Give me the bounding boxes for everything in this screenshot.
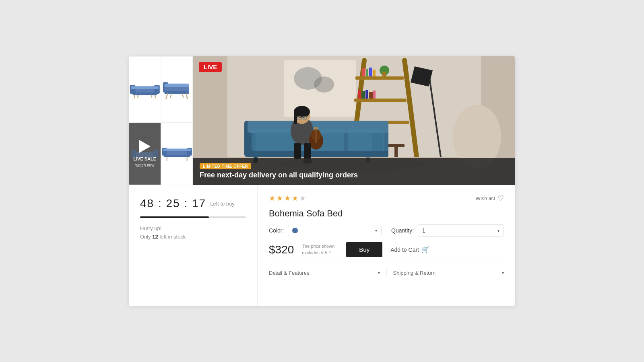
svg-rect-38 bbox=[369, 68, 372, 76]
main-product-image: LIVE LIMITED TIME OFFER Free next-day de… bbox=[193, 56, 515, 185]
svg-rect-60 bbox=[252, 129, 296, 151]
promo-banner: LIMITED TIME OFFER Free next-day deliver… bbox=[193, 158, 515, 185]
play-icon bbox=[139, 140, 151, 153]
star-5-empty: ★ bbox=[299, 194, 306, 203]
quantity-label: Quantity: bbox=[391, 227, 414, 234]
svg-rect-41 bbox=[382, 72, 386, 76]
shipping-return-accordion[interactable]: Shipping & Return ▾ bbox=[393, 268, 504, 278]
svg-line-13 bbox=[166, 94, 167, 99]
color-dot bbox=[292, 228, 298, 233]
vat-note: The price shown excludes V.A.T bbox=[302, 243, 338, 256]
bottom-section: 48 : 25 : 17 Left to buy Hurry up! Only … bbox=[129, 185, 515, 306]
buy-button[interactable]: Buy bbox=[346, 242, 382, 257]
stock-progress-bar bbox=[140, 216, 246, 218]
thumbnail-grid: LIVE SALE watch now bbox=[129, 56, 193, 185]
detail-features-label: Detail & Features bbox=[269, 270, 309, 276]
add-to-cart-label: Add to Cart bbox=[390, 247, 419, 253]
svg-rect-59 bbox=[248, 151, 388, 157]
star-2: ★ bbox=[277, 194, 283, 203]
thumbnail-2[interactable] bbox=[161, 56, 193, 123]
detail-features-accordion[interactable]: Detail & Features ▾ bbox=[269, 268, 380, 278]
timer-row: 48 : 25 : 17 Left to buy bbox=[140, 197, 246, 210]
svg-rect-42 bbox=[358, 90, 361, 99]
svg-line-14 bbox=[186, 94, 187, 99]
wish-list-label: Wish list bbox=[476, 195, 495, 202]
detail-features-chevron-icon: ▾ bbox=[378, 271, 380, 275]
add-to-cart-button[interactable]: Add to Cart 🛒 bbox=[390, 246, 429, 253]
svg-line-15 bbox=[170, 94, 171, 98]
svg-rect-3 bbox=[133, 93, 157, 95]
wish-list-button[interactable]: Wish list ♡ bbox=[476, 194, 504, 203]
sofa-thumbnail-svg-4 bbox=[161, 145, 193, 163]
svg-rect-39 bbox=[373, 70, 376, 76]
product-card: LIVE SALE watch now bbox=[129, 56, 515, 306]
live-badge: LIVE bbox=[199, 62, 222, 72]
product-title: Bohemia Sofa Bed bbox=[269, 208, 504, 219]
star-3: ★ bbox=[284, 194, 291, 203]
accordion-row: Detail & Features ▾ Shipping & Return ▾ bbox=[269, 263, 504, 278]
cart-icon: 🛒 bbox=[421, 246, 429, 253]
sofa-thumbnail-svg-2 bbox=[161, 78, 193, 101]
quantity-select[interactable]: 1 ▾ bbox=[418, 224, 504, 237]
star-1: ★ bbox=[269, 194, 275, 203]
svg-rect-45 bbox=[369, 92, 373, 99]
thumbnail-live-sale[interactable]: LIVE SALE watch now bbox=[129, 123, 161, 185]
color-option-group: Color: ▾ bbox=[269, 225, 382, 236]
accordion-divider bbox=[386, 268, 387, 278]
options-row: Color: ▾ Quantity: 1 ▾ bbox=[269, 224, 504, 237]
svg-rect-37 bbox=[366, 69, 368, 76]
svg-rect-68 bbox=[294, 112, 297, 124]
shipping-return-chevron-icon: ▾ bbox=[502, 271, 504, 275]
svg-rect-36 bbox=[362, 68, 365, 76]
quantity-chevron-icon: ▾ bbox=[497, 228, 500, 233]
color-label: Color: bbox=[269, 227, 284, 234]
star-4: ★ bbox=[292, 194, 298, 203]
svg-rect-46 bbox=[373, 90, 376, 99]
svg-rect-24 bbox=[163, 149, 191, 151]
live-sale-label: LIVE SALE watch now bbox=[133, 156, 156, 168]
svg-rect-74 bbox=[315, 127, 317, 143]
promo-label: LIMITED TIME OFFER bbox=[200, 163, 251, 169]
rating-row: ★ ★ ★ ★ ★ Wish list ♡ bbox=[269, 194, 504, 203]
thumbnail-4[interactable] bbox=[161, 123, 193, 185]
play-overlay: LIVE SALE watch now bbox=[129, 123, 161, 185]
svg-rect-34 bbox=[354, 99, 407, 102]
svg-rect-62 bbox=[348, 129, 384, 151]
left-panel: 48 : 25 : 17 Left to buy Hurry up! Only … bbox=[129, 185, 258, 306]
svg-point-30 bbox=[314, 76, 334, 93]
shipping-return-label: Shipping & Return bbox=[393, 270, 436, 276]
svg-rect-11 bbox=[164, 91, 189, 94]
product-price: $320 bbox=[269, 243, 294, 256]
svg-rect-33 bbox=[355, 76, 404, 80]
countdown-timer: 48 : 25 : 17 bbox=[140, 197, 206, 210]
svg-rect-52 bbox=[394, 147, 398, 157]
svg-rect-78 bbox=[294, 143, 301, 159]
thumbnail-1[interactable] bbox=[129, 56, 161, 123]
svg-rect-44 bbox=[365, 90, 368, 99]
left-to-buy-label: Left to buy bbox=[210, 201, 235, 207]
right-panel: ★ ★ ★ ★ ★ Wish list ♡ Bohemia Sofa Bed C… bbox=[258, 185, 515, 306]
color-select[interactable]: ▾ bbox=[288, 225, 382, 236]
quantity-option-group: Quantity: 1 ▾ bbox=[391, 224, 504, 237]
promo-text: Free next-day delivery on all qualifying… bbox=[200, 171, 509, 179]
price-row: $320 The price shown excludes V.A.T Buy … bbox=[269, 242, 504, 257]
svg-rect-4 bbox=[131, 86, 159, 89]
color-chevron-icon: ▾ bbox=[375, 228, 377, 233]
svg-rect-43 bbox=[361, 91, 365, 99]
svg-rect-23 bbox=[164, 155, 190, 157]
star-rating: ★ ★ ★ ★ ★ bbox=[269, 194, 306, 203]
svg-rect-12 bbox=[164, 84, 189, 87]
stock-progress-fill bbox=[140, 216, 209, 218]
top-section: LIVE SALE watch now bbox=[129, 56, 515, 185]
heart-icon: ♡ bbox=[497, 194, 504, 203]
svg-line-16 bbox=[182, 94, 183, 98]
sofa-thumbnail-svg-1 bbox=[129, 78, 161, 101]
stock-warning: Hurry up! Only 12 left in stock bbox=[140, 224, 246, 241]
quantity-value: 1 bbox=[422, 227, 425, 234]
